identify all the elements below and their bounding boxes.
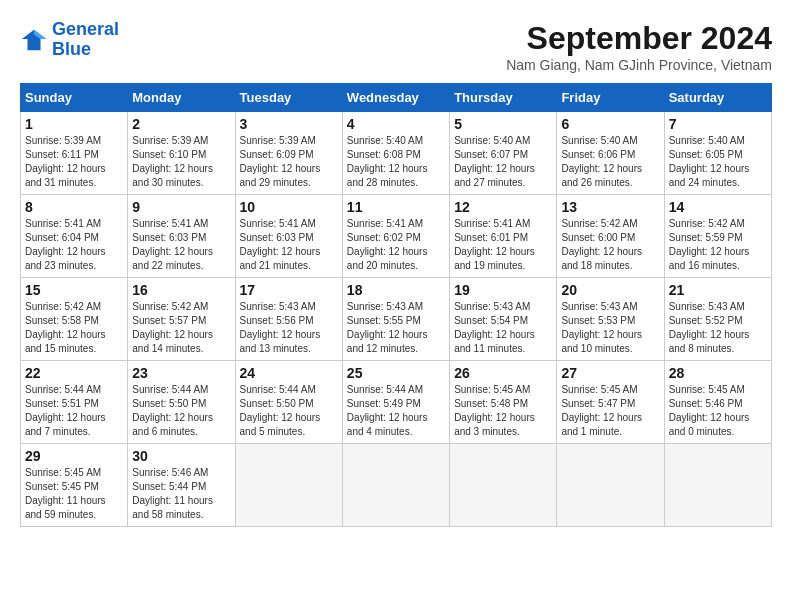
day-number: 9: [132, 199, 230, 215]
day-number: 20: [561, 282, 659, 298]
day-number: 11: [347, 199, 445, 215]
day-info: Sunrise: 5:44 AMSunset: 5:49 PMDaylight:…: [347, 383, 445, 439]
calendar-day-cell: 24Sunrise: 5:44 AMSunset: 5:50 PMDayligh…: [235, 361, 342, 444]
calendar-week-row: 1Sunrise: 5:39 AMSunset: 6:11 PMDaylight…: [21, 112, 772, 195]
day-number: 6: [561, 116, 659, 132]
calendar-day-cell: 25Sunrise: 5:44 AMSunset: 5:49 PMDayligh…: [342, 361, 449, 444]
calendar-day-cell: 10Sunrise: 5:41 AMSunset: 6:03 PMDayligh…: [235, 195, 342, 278]
calendar-day-cell: 21Sunrise: 5:43 AMSunset: 5:52 PMDayligh…: [664, 278, 771, 361]
calendar-header-wednesday: Wednesday: [342, 84, 449, 112]
calendar-day-cell: 26Sunrise: 5:45 AMSunset: 5:48 PMDayligh…: [450, 361, 557, 444]
calendar-day-cell: 30Sunrise: 5:46 AMSunset: 5:44 PMDayligh…: [128, 444, 235, 527]
day-number: 5: [454, 116, 552, 132]
day-info: Sunrise: 5:43 AMSunset: 5:54 PMDaylight:…: [454, 300, 552, 356]
day-info: Sunrise: 5:40 AMSunset: 6:05 PMDaylight:…: [669, 134, 767, 190]
day-info: Sunrise: 5:45 AMSunset: 5:47 PMDaylight:…: [561, 383, 659, 439]
day-info: Sunrise: 5:41 AMSunset: 6:03 PMDaylight:…: [240, 217, 338, 273]
calendar-day-cell: 12Sunrise: 5:41 AMSunset: 6:01 PMDayligh…: [450, 195, 557, 278]
day-number: 16: [132, 282, 230, 298]
calendar-day-cell: 23Sunrise: 5:44 AMSunset: 5:50 PMDayligh…: [128, 361, 235, 444]
calendar-day-cell: 19Sunrise: 5:43 AMSunset: 5:54 PMDayligh…: [450, 278, 557, 361]
day-number: 1: [25, 116, 123, 132]
day-number: 19: [454, 282, 552, 298]
calendar-day-cell: [235, 444, 342, 527]
day-info: Sunrise: 5:39 AMSunset: 6:10 PMDaylight:…: [132, 134, 230, 190]
calendar-day-cell: 9Sunrise: 5:41 AMSunset: 6:03 PMDaylight…: [128, 195, 235, 278]
calendar-header-tuesday: Tuesday: [235, 84, 342, 112]
calendar-week-row: 22Sunrise: 5:44 AMSunset: 5:51 PMDayligh…: [21, 361, 772, 444]
day-info: Sunrise: 5:40 AMSunset: 6:08 PMDaylight:…: [347, 134, 445, 190]
day-number: 12: [454, 199, 552, 215]
logo-icon: [20, 26, 48, 54]
logo-text: General Blue: [52, 20, 119, 60]
day-info: Sunrise: 5:44 AMSunset: 5:50 PMDaylight:…: [240, 383, 338, 439]
calendar-day-cell: 2Sunrise: 5:39 AMSunset: 6:10 PMDaylight…: [128, 112, 235, 195]
calendar-day-cell: 29Sunrise: 5:45 AMSunset: 5:45 PMDayligh…: [21, 444, 128, 527]
day-number: 3: [240, 116, 338, 132]
calendar-day-cell: 28Sunrise: 5:45 AMSunset: 5:46 PMDayligh…: [664, 361, 771, 444]
title-section: September 2024 Nam Giang, Nam GJinh Prov…: [506, 20, 772, 73]
calendar-day-cell: 27Sunrise: 5:45 AMSunset: 5:47 PMDayligh…: [557, 361, 664, 444]
day-number: 22: [25, 365, 123, 381]
calendar-day-cell: 22Sunrise: 5:44 AMSunset: 5:51 PMDayligh…: [21, 361, 128, 444]
day-number: 8: [25, 199, 123, 215]
calendar-day-cell: 20Sunrise: 5:43 AMSunset: 5:53 PMDayligh…: [557, 278, 664, 361]
calendar-week-row: 8Sunrise: 5:41 AMSunset: 6:04 PMDaylight…: [21, 195, 772, 278]
day-number: 14: [669, 199, 767, 215]
day-info: Sunrise: 5:41 AMSunset: 6:02 PMDaylight:…: [347, 217, 445, 273]
month-title: September 2024: [506, 20, 772, 57]
calendar-day-cell: 14Sunrise: 5:42 AMSunset: 5:59 PMDayligh…: [664, 195, 771, 278]
day-number: 2: [132, 116, 230, 132]
calendar-day-cell: 17Sunrise: 5:43 AMSunset: 5:56 PMDayligh…: [235, 278, 342, 361]
calendar-header-thursday: Thursday: [450, 84, 557, 112]
day-number: 15: [25, 282, 123, 298]
day-info: Sunrise: 5:43 AMSunset: 5:52 PMDaylight:…: [669, 300, 767, 356]
day-number: 27: [561, 365, 659, 381]
day-info: Sunrise: 5:40 AMSunset: 6:06 PMDaylight:…: [561, 134, 659, 190]
calendar-header-saturday: Saturday: [664, 84, 771, 112]
calendar-day-cell: 3Sunrise: 5:39 AMSunset: 6:09 PMDaylight…: [235, 112, 342, 195]
calendar-header-sunday: Sunday: [21, 84, 128, 112]
day-info: Sunrise: 5:39 AMSunset: 6:09 PMDaylight:…: [240, 134, 338, 190]
calendar-day-cell: 1Sunrise: 5:39 AMSunset: 6:11 PMDaylight…: [21, 112, 128, 195]
day-number: 17: [240, 282, 338, 298]
calendar-day-cell: 11Sunrise: 5:41 AMSunset: 6:02 PMDayligh…: [342, 195, 449, 278]
day-info: Sunrise: 5:43 AMSunset: 5:55 PMDaylight:…: [347, 300, 445, 356]
day-info: Sunrise: 5:41 AMSunset: 6:03 PMDaylight:…: [132, 217, 230, 273]
day-info: Sunrise: 5:44 AMSunset: 5:50 PMDaylight:…: [132, 383, 230, 439]
calendar-day-cell: 15Sunrise: 5:42 AMSunset: 5:58 PMDayligh…: [21, 278, 128, 361]
calendar-day-cell: 7Sunrise: 5:40 AMSunset: 6:05 PMDaylight…: [664, 112, 771, 195]
day-info: Sunrise: 5:40 AMSunset: 6:07 PMDaylight:…: [454, 134, 552, 190]
calendar-week-row: 15Sunrise: 5:42 AMSunset: 5:58 PMDayligh…: [21, 278, 772, 361]
day-info: Sunrise: 5:41 AMSunset: 6:04 PMDaylight:…: [25, 217, 123, 273]
calendar-day-cell: 13Sunrise: 5:42 AMSunset: 6:00 PMDayligh…: [557, 195, 664, 278]
day-info: Sunrise: 5:42 AMSunset: 6:00 PMDaylight:…: [561, 217, 659, 273]
day-number: 7: [669, 116, 767, 132]
calendar-day-cell: 6Sunrise: 5:40 AMSunset: 6:06 PMDaylight…: [557, 112, 664, 195]
logo: General Blue: [20, 20, 119, 60]
day-number: 13: [561, 199, 659, 215]
day-number: 21: [669, 282, 767, 298]
day-info: Sunrise: 5:42 AMSunset: 5:57 PMDaylight:…: [132, 300, 230, 356]
day-number: 28: [669, 365, 767, 381]
calendar-day-cell: [342, 444, 449, 527]
day-info: Sunrise: 5:43 AMSunset: 5:53 PMDaylight:…: [561, 300, 659, 356]
page-header: General Blue September 2024 Nam Giang, N…: [20, 20, 772, 73]
day-info: Sunrise: 5:41 AMSunset: 6:01 PMDaylight:…: [454, 217, 552, 273]
location-subtitle: Nam Giang, Nam GJinh Province, Vietnam: [506, 57, 772, 73]
day-number: 30: [132, 448, 230, 464]
calendar-day-cell: 16Sunrise: 5:42 AMSunset: 5:57 PMDayligh…: [128, 278, 235, 361]
day-info: Sunrise: 5:46 AMSunset: 5:44 PMDaylight:…: [132, 466, 230, 522]
calendar-header-friday: Friday: [557, 84, 664, 112]
calendar-week-row: 29Sunrise: 5:45 AMSunset: 5:45 PMDayligh…: [21, 444, 772, 527]
calendar-day-cell: [450, 444, 557, 527]
day-info: Sunrise: 5:44 AMSunset: 5:51 PMDaylight:…: [25, 383, 123, 439]
day-info: Sunrise: 5:42 AMSunset: 5:59 PMDaylight:…: [669, 217, 767, 273]
day-number: 23: [132, 365, 230, 381]
day-number: 18: [347, 282, 445, 298]
calendar-day-cell: 8Sunrise: 5:41 AMSunset: 6:04 PMDaylight…: [21, 195, 128, 278]
day-info: Sunrise: 5:45 AMSunset: 5:48 PMDaylight:…: [454, 383, 552, 439]
day-info: Sunrise: 5:45 AMSunset: 5:45 PMDaylight:…: [25, 466, 123, 522]
day-info: Sunrise: 5:39 AMSunset: 6:11 PMDaylight:…: [25, 134, 123, 190]
calendar-day-cell: 18Sunrise: 5:43 AMSunset: 5:55 PMDayligh…: [342, 278, 449, 361]
